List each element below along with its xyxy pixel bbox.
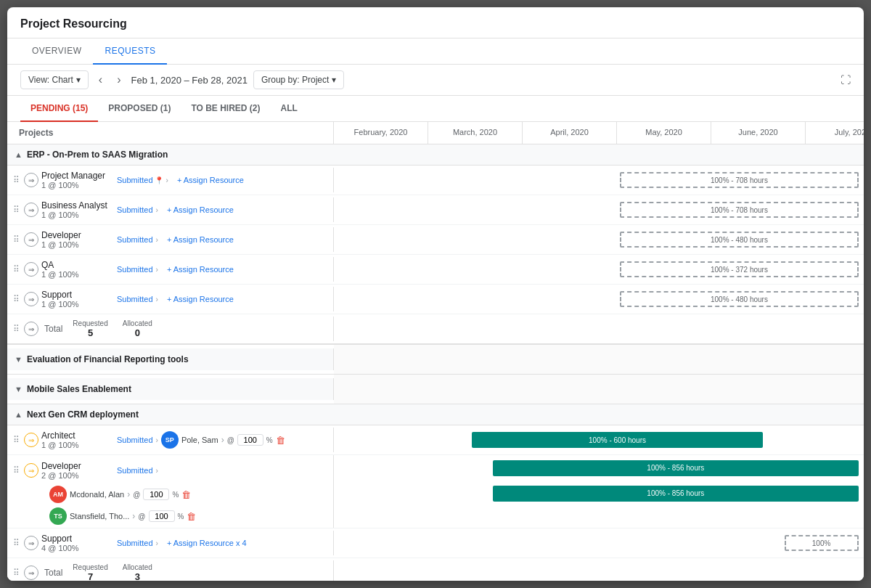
transfer-icon: ⇒ <box>24 322 38 336</box>
resource-role: Support <box>41 534 114 544</box>
drag-icon[interactable]: ⠿ <box>12 536 21 550</box>
row-right: 100% <box>334 528 864 558</box>
at-sign: @ <box>133 491 140 499</box>
assign-resource-button[interactable]: + Assign Resource <box>161 232 240 247</box>
delete-button[interactable]: 🗑 <box>181 489 191 500</box>
filter-tab-all[interactable]: ALL <box>271 96 308 122</box>
assignee-section: TS Stansfield, Tho... › @ % 🗑 <box>49 507 196 525</box>
group-by-button[interactable]: Group by: Project ▾ <box>253 70 344 89</box>
avatar-ts: TS <box>49 507 67 525</box>
drag-icon[interactable]: ⠿ <box>12 464 21 477</box>
submitted-badge[interactable]: Submitted <box>117 539 153 547</box>
delete-button[interactable]: 🗑 <box>276 435 285 446</box>
arrow-to-icon: › <box>221 435 224 445</box>
project-erp-name: ERP - On-Prem to SAAS Migration <box>27 150 168 160</box>
month-col-1: March, 2020 <box>428 122 523 144</box>
drag-icon[interactable]: ⠿ <box>12 293 21 306</box>
drag-icon[interactable]: ⠿ <box>12 233 21 246</box>
filter-tab-to-be-hired[interactable]: TO BE HIRED (2) <box>181 96 270 122</box>
pct-input[interactable] <box>237 434 263 446</box>
submitted-badge[interactable]: Submitted <box>117 205 153 214</box>
gantt-bar: 100% - 372 hours <box>620 261 859 277</box>
view-chart-button[interactable]: View: Chart ▾ <box>20 70 89 89</box>
tab-overview[interactable]: OVERVIEW <box>20 38 93 65</box>
gantt-bar: 100% - 708 hours <box>620 172 859 188</box>
row-right: 100% - 480 hours <box>334 225 864 254</box>
project-crm-header[interactable]: ▲ Next Gen CRM deployment <box>7 404 864 425</box>
avatar-am: AM <box>49 486 67 503</box>
delete-button[interactable]: 🗑 <box>187 511 196 522</box>
expand-icon[interactable]: ⛶ <box>841 74 851 86</box>
row-right <box>334 558 864 581</box>
row-left: ⠿ ⇒ Business Analyst 1 @ 100% Submitted … <box>7 197 334 222</box>
chevron-right-icon: › <box>166 176 168 184</box>
project-eval-header[interactable]: ▼ Evaluation of Financial Reporting tool… <box>7 348 334 370</box>
table-row: ⠿ ⇒ Developer 2 @ 100% Submitted › AM <box>7 455 864 528</box>
total-stats: Requested 5 Allocated 0 <box>73 319 152 338</box>
row-right: 100% - 480 hours <box>334 285 864 314</box>
drag-icon[interactable]: ⠿ <box>12 433 21 446</box>
gantt-bar: 100% - 480 hours <box>620 232 859 248</box>
assign-resource-button[interactable]: + Assign Resource <box>161 292 240 306</box>
resource-info: Support 4 @ 100% <box>41 534 114 552</box>
transfer-icon: ⇒ <box>24 262 38 277</box>
avatar-sp: SP <box>161 431 179 449</box>
row-right: 100% - 600 hours <box>334 425 864 454</box>
assign-resource-button[interactable]: + Assign Resource x 4 <box>161 536 253 550</box>
drag-icon[interactable]: ⠿ <box>12 173 21 187</box>
month-col-5: July, 2020 <box>806 122 864 144</box>
total-row-crm: ⠿ ⇒ Total Requested 7 Allocated 3 <box>7 558 864 581</box>
pct-sign: % <box>178 513 184 520</box>
filter-tab-pending[interactable]: PENDING (15) <box>20 96 98 122</box>
project-erp-header[interactable]: ▲ ERP - On-Prem to SAAS Migration <box>7 144 864 166</box>
chevron-right-icon: › <box>156 436 158 444</box>
submitted-badge[interactable]: Submitted 📍 <box>117 176 163 184</box>
assignee-section: AM Mcdonald, Alan › @ % 🗑 <box>49 486 191 503</box>
pct-input[interactable] <box>143 489 169 500</box>
transfer-icon: ⇒ <box>24 173 38 187</box>
at-sign: @ <box>227 436 234 444</box>
gantt-bar: 100% <box>785 535 859 551</box>
resource-info: Developer 2 @ 100% <box>41 461 114 480</box>
at-sign: @ <box>138 513 145 520</box>
submitted-badge[interactable]: Submitted <box>117 466 153 475</box>
chevron-down-icon: ▾ <box>332 75 336 85</box>
transfer-icon: ⇒ <box>24 232 38 247</box>
resource-role: Business Analyst <box>41 200 114 211</box>
project-group-eval: ▼ Evaluation of Financial Reporting tool… <box>7 345 864 375</box>
gantt-right-header: February, 2020 March, 2020 April, 2020 M… <box>334 122 864 144</box>
resource-info: QA 1 @ 100% <box>41 260 114 279</box>
assign-resource-button[interactable]: + Assign Resource <box>171 173 250 187</box>
project-mobile-header[interactable]: ▼ Mobile Sales Enablement <box>7 378 334 400</box>
assignee-name: Stansfield, Tho... <box>70 512 129 520</box>
transfer-icon: ⇒ <box>24 536 38 550</box>
next-period-button[interactable]: › <box>113 72 125 88</box>
arrow-to-icon: › <box>132 511 135 521</box>
assign-resource-button[interactable]: + Assign Resource <box>161 262 240 277</box>
gantt-bar: 100% - 600 hours <box>472 432 764 448</box>
drag-icon[interactable]: ⠿ <box>12 263 21 276</box>
pct-input[interactable] <box>149 510 175 522</box>
assign-resource-button[interactable]: + Assign Resource <box>161 203 240 217</box>
tab-requests[interactable]: REQUESTS <box>93 38 167 65</box>
filter-tab-proposed[interactable]: PROPOSED (1) <box>98 96 181 122</box>
location-icon: 📍 <box>155 176 163 184</box>
submitted-badge[interactable]: Submitted <box>117 235 153 244</box>
gantt-bar: 100% - 480 hours <box>620 291 859 307</box>
resource-count: 2 @ 100% <box>41 471 114 480</box>
main-content: Projects February, 2020 March, 2020 Apri… <box>7 122 864 581</box>
gantt-left-header: Projects <box>7 122 334 144</box>
assignee-name: Pole, Sam <box>181 436 218 444</box>
project-group-mobile: ▼ Mobile Sales Enablement <box>7 375 864 404</box>
chevron-down-icon: ▾ <box>76 75 81 85</box>
row-left: ⠿ ⇒ Architect 1 @ 100% Submitted › SP Po… <box>7 428 334 452</box>
submitted-badge[interactable]: Submitted <box>117 295 153 303</box>
table-row: ⠿ ⇒ Developer 1 @ 100% Submitted › + Ass… <box>7 225 864 255</box>
submitted-badge[interactable]: Submitted <box>117 265 153 274</box>
drag-icon[interactable]: ⠿ <box>12 203 21 216</box>
row-right: 100% - 708 hours <box>334 166 864 195</box>
row-right <box>334 375 864 404</box>
prev-period-button[interactable]: ‹ <box>94 72 107 88</box>
toolbar: View: Chart ▾ ‹ › Feb 1, 2020 – Feb 28, … <box>7 65 864 96</box>
submitted-badge[interactable]: Submitted <box>117 436 153 444</box>
